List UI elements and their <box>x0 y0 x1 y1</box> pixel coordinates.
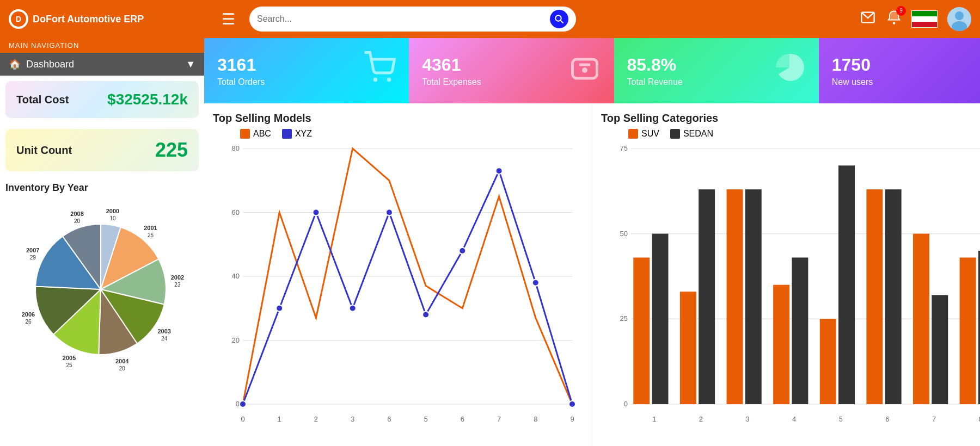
stat-card-orders: 3161 Total Orders <box>204 38 409 103</box>
flag-icon <box>911 10 938 28</box>
svg-text:40: 40 <box>232 272 240 280</box>
unit-count-label: Unit Count <box>16 144 72 157</box>
content-right: 3161 Total Orders 4361 Total Expenses <box>204 38 980 446</box>
svg-rect-77 <box>745 189 762 404</box>
svg-text:20: 20 <box>74 218 81 224</box>
unit-count-card: Unit Count 225 <box>5 129 199 171</box>
svg-text:6: 6 <box>387 415 391 423</box>
total-cost-value: $32525.12k <box>107 91 188 108</box>
svg-point-56 <box>386 209 393 216</box>
svg-text:23: 23 <box>174 282 181 288</box>
svg-text:75: 75 <box>620 144 628 152</box>
svg-text:9: 9 <box>570 415 574 423</box>
svg-text:2006: 2006 <box>22 311 35 318</box>
navbar-right: 9 <box>859 7 971 31</box>
sidebar: MAIN NAVIGATION 🏠 Dashboard ▼ Total Cost… <box>0 38 204 446</box>
categories-bar-chart: 025507512345678 <box>601 143 980 426</box>
legend-xyz: XYZ <box>282 129 312 139</box>
svg-text:80: 80 <box>232 144 240 152</box>
svg-text:25: 25 <box>148 232 154 238</box>
top-selling-models-title: Top Selling Models <box>213 112 583 125</box>
stat-card-expenses: 4361 Total Expenses <box>409 38 614 103</box>
svg-text:2005: 2005 <box>63 355 76 361</box>
svg-text:2007: 2007 <box>26 247 39 253</box>
categories-legend: SUV SEDAN <box>628 129 980 139</box>
legend-xyz-color <box>282 129 292 139</box>
svg-rect-71 <box>652 234 669 404</box>
top-selling-models-panel: Top Selling Models ABC XYZ 0204060800123… <box>204 103 592 446</box>
revenue-num: 85.8% <box>627 55 683 75</box>
svg-text:D: D <box>16 15 21 23</box>
svg-point-54 <box>313 209 319 216</box>
search-input[interactable] <box>257 14 546 24</box>
newusers-icon <box>978 51 980 90</box>
svg-point-30 <box>582 67 587 73</box>
svg-text:0: 0 <box>624 400 628 408</box>
svg-rect-70 <box>633 258 650 404</box>
search-button[interactable] <box>550 10 568 28</box>
svg-rect-74 <box>699 189 715 404</box>
charts-row: Top Selling Models ABC XYZ 0204060800123… <box>204 103 980 446</box>
svg-point-52 <box>240 401 246 407</box>
revenue-icon <box>773 51 806 90</box>
svg-text:2001: 2001 <box>144 225 157 231</box>
models-line-chart: 0204060800123656789 <box>213 143 583 426</box>
newusers-label: New users <box>832 77 873 87</box>
svg-text:25: 25 <box>620 314 628 323</box>
orders-label: Total Orders <box>217 77 265 87</box>
svg-rect-88 <box>913 234 929 404</box>
svg-text:0: 0 <box>241 415 244 423</box>
menu-icon[interactable]: ☰ <box>222 10 235 28</box>
svg-text:25: 25 <box>66 362 73 368</box>
legend-abc: ABC <box>240 129 271 139</box>
svg-text:3: 3 <box>745 415 749 423</box>
inventory-title: Inventory By Year <box>5 182 199 194</box>
avatar[interactable] <box>947 7 971 31</box>
notification-badge: 9 <box>896 6 906 16</box>
navbar: D DoFort Automotive ERP ☰ 9 <box>0 0 980 38</box>
legend-abc-color <box>240 129 250 139</box>
svg-point-59 <box>496 168 503 174</box>
svg-point-27 <box>373 78 378 82</box>
inventory-section: Inventory By Year 2000102001252002232003… <box>5 182 199 441</box>
app-title: DoFort Automotive ERP <box>33 14 144 25</box>
mail-icon[interactable] <box>859 10 877 29</box>
legend-suv: SUV <box>628 129 659 139</box>
svg-rect-89 <box>932 295 948 404</box>
svg-rect-85 <box>866 189 883 404</box>
top-selling-categories-title: Top Selling Categories <box>601 112 980 125</box>
expenses-label: Total Expenses <box>422 77 481 87</box>
svg-rect-73 <box>680 292 696 404</box>
svg-text:7: 7 <box>497 415 501 423</box>
svg-text:2002: 2002 <box>171 274 184 281</box>
legend-suv-color <box>628 129 638 139</box>
svg-rect-76 <box>727 189 743 404</box>
svg-text:8: 8 <box>534 415 537 423</box>
bell-icon[interactable]: 9 <box>886 9 902 29</box>
svg-text:5: 5 <box>839 415 843 423</box>
stat-card-revenue: 85.8% Total Revenue <box>614 38 819 103</box>
svg-point-28 <box>387 78 391 82</box>
dashboard-label: Dashboard <box>26 59 74 70</box>
legend-sedan: SEDAN <box>670 129 713 139</box>
top-selling-categories-panel: Top Selling Categories SUV SEDAN 0255075… <box>592 103 980 446</box>
home-icon: 🏠 <box>9 58 21 70</box>
svg-text:60: 60 <box>232 208 240 216</box>
expenses-num: 4361 <box>422 55 481 75</box>
svg-text:0: 0 <box>236 400 240 408</box>
legend-sedan-label: SEDAN <box>683 129 713 139</box>
svg-line-3 <box>561 21 564 23</box>
svg-rect-80 <box>792 258 808 404</box>
svg-text:1: 1 <box>652 415 656 423</box>
svg-rect-83 <box>838 165 855 404</box>
nav-label: MAIN NAVIGATION <box>0 38 204 53</box>
svg-rect-79 <box>773 285 789 404</box>
legend-suv-label: SUV <box>641 129 659 139</box>
orders-num: 3161 <box>217 55 265 75</box>
svg-text:2003: 2003 <box>157 328 170 334</box>
sidebar-item-dashboard[interactable]: 🏠 Dashboard ▼ <box>0 53 204 76</box>
svg-text:6: 6 <box>461 415 464 423</box>
svg-text:20: 20 <box>119 366 126 371</box>
svg-point-53 <box>276 305 283 312</box>
svg-point-61 <box>569 401 575 407</box>
